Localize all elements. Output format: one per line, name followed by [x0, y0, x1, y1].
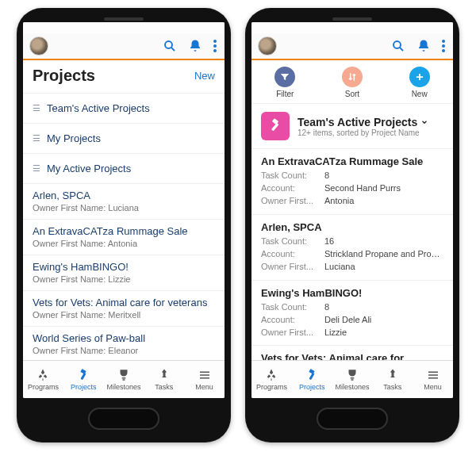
record-sub: Owner First Name: Eleanor	[33, 346, 215, 355]
record-sub: Owner First Name: Lizzie	[33, 274, 215, 284]
field-label: Account:	[261, 182, 324, 195]
svg-point-13	[442, 44, 445, 48]
action-label: Filter	[276, 90, 294, 98]
field-value: Lizzie	[324, 327, 443, 339]
tab-label: Milestones	[106, 383, 140, 391]
list-view-item[interactable]: ☰ My Projects	[23, 124, 225, 154]
field-label: Owner First...	[261, 261, 324, 274]
title-row: Projects New	[23, 60, 225, 94]
record-item[interactable]: Ewing's HamBINGO! Owner First Name: Lizz…	[23, 255, 225, 291]
phone-left: Projects New ☰ Team's Active Projects ☰ …	[17, 8, 231, 442]
search-icon[interactable]	[163, 39, 177, 53]
chevron-down-icon	[420, 118, 428, 126]
svg-line-1	[171, 48, 175, 51]
field-label: Owner First...	[261, 195, 324, 208]
svg-rect-20	[309, 373, 315, 380]
tab-programs[interactable]: Programs	[251, 361, 292, 398]
bottom-tabs: Programs Projects Milestones Tasks Menu	[23, 360, 225, 398]
more-icon[interactable]	[213, 40, 217, 52]
record-item[interactable]: World Series of Paw-ball Owner First Nam…	[23, 327, 225, 360]
record-item[interactable]: Vets for Vets: Animal care for veterans …	[251, 346, 453, 360]
field-value: 8	[324, 301, 443, 314]
tab-label: Milestones	[335, 383, 369, 391]
tab-milestones[interactable]: Milestones	[332, 361, 373, 398]
filter-button[interactable]: Filter	[274, 67, 295, 98]
record-item[interactable]: An ExtravaCATza Rummage Sale Owner First…	[23, 220, 225, 255]
search-icon[interactable]	[391, 39, 405, 53]
bell-icon[interactable]	[416, 39, 431, 53]
list-subtitle: 12+ items, sorted by Project Name	[298, 128, 428, 137]
tab-projects[interactable]: Projects	[292, 361, 332, 398]
pin-icon	[386, 368, 400, 382]
record-name: Vets for Vets: Animal care for veterans	[33, 297, 215, 308]
svg-point-12	[442, 40, 445, 43]
record-name: Ewing's HamBINGO!	[261, 287, 443, 299]
content-scroll[interactable]: ☰ Team's Active Projects ☰ My Projects ☰…	[23, 94, 225, 360]
record-sub: Owner First Name: Antonia	[33, 239, 215, 248]
tab-menu[interactable]: Menu	[413, 361, 453, 398]
list-view-item[interactable]: ☰ Team's Active Projects	[23, 94, 225, 124]
svg-point-2	[213, 40, 217, 43]
list-icon: ☰	[33, 103, 40, 113]
field-label: Account:	[261, 314, 324, 327]
phone-right: Filter Sort New Team's Active P	[245, 8, 459, 442]
tab-projects[interactable]: Projects	[63, 361, 104, 398]
record-name: World Series of Paw-ball	[33, 332, 215, 344]
flashlight-icon	[305, 368, 319, 382]
avatar[interactable]	[258, 36, 277, 56]
plus-icon	[409, 67, 430, 87]
field-value: Antonia	[324, 195, 443, 208]
field-label: Account:	[261, 248, 324, 261]
record-item[interactable]: Vets for Vets: Animal care for veterans …	[23, 291, 225, 327]
list-header[interactable]: Team's Active Projects 12+ items, sorted…	[251, 104, 453, 149]
sort-icon	[342, 67, 363, 87]
flashlight-icon	[261, 112, 290, 140]
field-value: 16	[324, 236, 443, 248]
field-label: Task Count:	[261, 236, 324, 248]
svg-point-10	[393, 41, 401, 48]
record-name: Arlen, SPCA	[261, 221, 443, 233]
field-value: Deli Dele Ali	[324, 314, 443, 327]
tab-label: Programs	[256, 383, 287, 391]
home-button[interactable]	[317, 408, 388, 430]
tab-menu[interactable]: Menu	[184, 361, 225, 398]
tab-programs[interactable]: Programs	[23, 361, 63, 398]
avatar[interactable]	[29, 36, 48, 56]
bottom-tabs: Programs Projects Milestones Tasks Menu	[251, 360, 453, 398]
field-label: Task Count:	[261, 301, 324, 314]
record-name: An ExtravaCATza Rummage Sale	[261, 155, 443, 167]
trophy-icon	[345, 368, 359, 382]
more-icon[interactable]	[442, 40, 445, 52]
speaker	[332, 17, 372, 21]
svg-point-3	[213, 44, 217, 48]
field-value: Strickland Propane and Propane ...	[324, 248, 443, 261]
list-view-label: My Projects	[47, 132, 101, 144]
record-item[interactable]: An ExtravaCATza Rummage Sale Task Count:…	[251, 149, 453, 215]
content-scroll[interactable]: An ExtravaCATza Rummage Sale Task Count:…	[251, 149, 453, 360]
trophy-icon	[117, 368, 131, 382]
list-view-label: My Active Projects	[47, 163, 131, 174]
sort-button[interactable]: Sort	[342, 67, 363, 98]
home-button[interactable]	[88, 408, 159, 430]
svg-point-4	[213, 49, 217, 52]
new-button[interactable]: New	[194, 70, 215, 82]
tab-milestones[interactable]: Milestones	[104, 361, 144, 398]
tab-tasks[interactable]: Tasks	[144, 361, 184, 398]
tab-tasks[interactable]: Tasks	[372, 361, 413, 398]
list-view-item[interactable]: ☰ My Active Projects	[23, 154, 225, 184]
record-item[interactable]: Ewing's HamBINGO! Task Count:8 Account:D…	[251, 281, 453, 347]
tab-label: Tasks	[155, 383, 173, 391]
list-title: Team's Active Projects	[298, 116, 428, 128]
flashlight-icon	[76, 368, 90, 382]
bell-icon[interactable]	[188, 39, 202, 53]
tab-label: Projects	[71, 383, 97, 391]
status-bar	[23, 22, 225, 33]
field-value: Luciana	[324, 261, 443, 274]
record-item[interactable]: Arlen, SPCA Owner First Name: Luciana	[23, 184, 225, 220]
new-button[interactable]: New	[409, 67, 430, 98]
pin-icon	[157, 368, 171, 382]
field-value: 8	[324, 170, 443, 182]
svg-point-14	[442, 49, 445, 52]
record-item[interactable]: Arlen, SPCA Task Count:16 Account:Strick…	[251, 215, 453, 281]
tab-label: Menu	[195, 383, 213, 391]
